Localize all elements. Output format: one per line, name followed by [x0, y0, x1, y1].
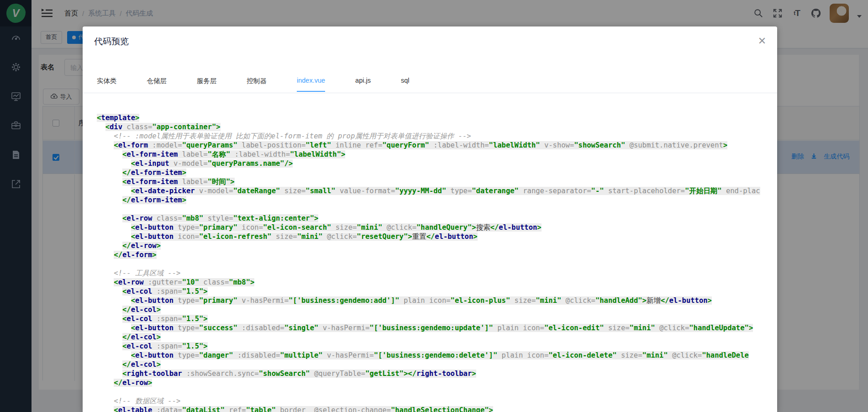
- code-line: </el-row>: [97, 241, 777, 250]
- tabs-divider: [83, 93, 777, 93]
- code-line: <el-col :span="1.5">: [97, 342, 777, 351]
- modal-title: 代码预览: [94, 36, 129, 48]
- modal-tab-api.js[interactable]: api.js: [355, 77, 371, 92]
- code-line: <el-button type="danger" :disabled="mult…: [97, 351, 777, 360]
- code-line: <el-button type="success" :disabled="sin…: [97, 323, 777, 333]
- code-line: <el-button type="primary" icon="el-icon-…: [97, 223, 777, 232]
- code-line: <div class="app-container">: [97, 122, 777, 132]
- code-line: <el-table :data="dataList" ref="table" b…: [97, 406, 777, 412]
- code-line: <el-row class="mb8" style="text-align:ce…: [97, 214, 777, 223]
- modal-tab-实体类[interactable]: 实体类: [97, 77, 117, 92]
- code-line: <el-date-picker v-model="dateRange" size…: [97, 186, 777, 195]
- modal-tab-index.vue[interactable]: index.vue: [297, 77, 325, 92]
- code-line: <el-button type="primary" v-hasPermi="['…: [97, 296, 777, 305]
- code-line: <el-form :model="queryParams" label-posi…: [97, 141, 777, 150]
- modal-tab-sql[interactable]: sql: [401, 77, 410, 92]
- code-line: <el-button icon="el-icon-refresh" size="…: [97, 232, 777, 241]
- code-line: </el-form>: [97, 250, 777, 259]
- code-line: <template>: [97, 113, 777, 122]
- code-line: <right-toolbar :showSearch.sync="showSea…: [97, 369, 777, 378]
- code-block[interactable]: <template> <div class="app-container"> <…: [97, 113, 777, 412]
- code-line: <el-form-item label="名称" :label-width="l…: [97, 150, 777, 159]
- code-line: <el-form-item label="时间">: [97, 177, 777, 186]
- code-line: <!-- 数据区域 -->: [97, 396, 777, 406]
- code-line: <!-- 工具区域 -->: [97, 269, 777, 278]
- code-line: <el-input v-model="queryParams.name"/>: [97, 159, 777, 168]
- code-line: <!-- :model属性用于表单验证使用 比如下面的el-form-item …: [97, 132, 777, 141]
- modal-tabs: 实体类仓储层服务层控制器index.vueapi.jssql: [97, 77, 439, 92]
- code-line: [97, 205, 777, 214]
- code-line: [97, 259, 777, 269]
- close-icon[interactable]: ✕: [757, 37, 767, 47]
- code-line: [97, 387, 777, 396]
- code-line: </el-col>: [97, 305, 777, 314]
- code-line: <el-row :gutter="10" class="mb8">: [97, 278, 777, 287]
- code-line: <el-col :span="1.5">: [97, 314, 777, 323]
- modal-tab-控制器[interactable]: 控制器: [247, 77, 267, 92]
- code-line: </el-form-item>: [97, 168, 777, 177]
- code-line: </el-row>: [97, 378, 777, 387]
- modal-tab-服务层[interactable]: 服务层: [197, 77, 217, 92]
- code-line: <el-col :span="1.5">: [97, 287, 777, 296]
- modal-tab-仓储层[interactable]: 仓储层: [147, 77, 167, 92]
- code-preview-modal: 代码预览 ✕ 实体类仓储层服务层控制器index.vueapi.jssql <t…: [83, 26, 777, 412]
- code-line: </el-col>: [97, 360, 777, 369]
- code-line: </el-col>: [97, 333, 777, 342]
- code-line: </el-form-item>: [97, 195, 777, 205]
